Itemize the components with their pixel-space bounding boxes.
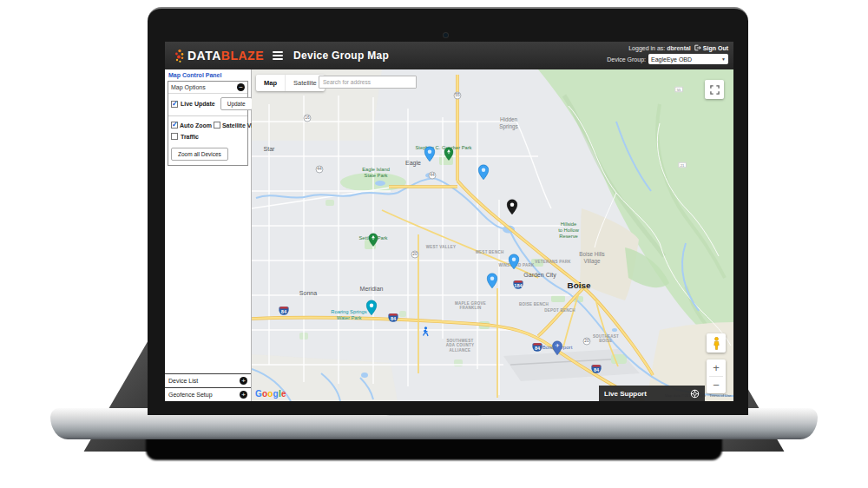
- sign-out-button[interactable]: Sign Out: [694, 44, 728, 51]
- map-label: Boise: [568, 280, 591, 291]
- route-shield: 84: [279, 307, 288, 315]
- fullscreen-icon: [710, 85, 720, 95]
- poi-pin: [366, 300, 378, 319]
- laptop-webcam: [444, 33, 448, 37]
- geofence-setup-label: Geofence Setup: [168, 392, 213, 398]
- map-label: Hillside to Hollow Reserve: [558, 221, 579, 240]
- route-shield: 84: [591, 365, 601, 373]
- device-pin[interactable]: [487, 273, 498, 292]
- menu-icon[interactable]: [273, 51, 283, 60]
- map-label: Sonna: [299, 290, 317, 297]
- map-label: Hidden Springs: [499, 116, 517, 129]
- page-title: Device Group Map: [293, 49, 389, 62]
- poi-pin: [369, 233, 378, 250]
- device-list-row[interactable]: Device List +: [165, 373, 251, 387]
- live-support-label: Live Support: [604, 390, 647, 398]
- poi-pin: ✈: [552, 340, 562, 359]
- header-right: Logged in as: dbrental Sign Out Device G…: [607, 44, 728, 64]
- map-label: DEPOT BENCH: [544, 308, 575, 313]
- sidebar-title-link[interactable]: Map Control Panel: [165, 69, 251, 80]
- support-ring-icon: [690, 389, 700, 399]
- route-shield: 20: [583, 338, 591, 346]
- app-header: DATABLAZE Device Group Map Logged in as:…: [165, 42, 733, 69]
- update-button[interactable]: Update: [220, 97, 253, 110]
- zoom-control: + −: [707, 359, 726, 393]
- device-list-label: Device List: [168, 378, 198, 384]
- auto-zoom-checkbox[interactable]: [171, 122, 178, 129]
- collapse-icon[interactable]: −: [237, 83, 245, 91]
- traffic-label: Traffic: [181, 134, 199, 140]
- traffic-checkbox[interactable]: [171, 133, 178, 140]
- map-options-box: Map Options − Live Update Update Auto Zo…: [168, 81, 248, 166]
- live-support-button[interactable]: Live Support: [599, 386, 705, 401]
- route-shield: 20: [411, 251, 419, 259]
- device-pin[interactable]: [509, 254, 520, 273]
- terms-link[interactable]: Terms of Use: [710, 394, 732, 399]
- flame-icon: [174, 49, 185, 63]
- satellite-view-checkbox[interactable]: [214, 122, 220, 129]
- zoom-out-button[interactable]: −: [707, 377, 726, 393]
- map-label: BOISE BENCH: [519, 302, 549, 307]
- pegman-control[interactable]: [707, 333, 726, 353]
- map-label: WEST VALLEY: [426, 245, 456, 249]
- live-update-checkbox[interactable]: [171, 101, 178, 108]
- live-update-label: Live Update: [181, 101, 215, 107]
- map-label: SOUTHEAST BOISE: [593, 334, 619, 344]
- zoom-all-devices-button[interactable]: Zoom all Devices: [171, 148, 228, 161]
- map-label: Roaring Springs Water Park: [331, 309, 366, 321]
- route-shield: 184: [513, 280, 523, 289]
- map-label: Boise Hills Village: [579, 251, 604, 264]
- route-shield: 55: [454, 92, 462, 100]
- map-options-label: Map Options: [171, 84, 206, 90]
- map-overlay: Hidden SpringsStephen C. Guerber ParkEag…: [252, 69, 733, 401]
- tab-map[interactable]: Map: [256, 75, 285, 91]
- poi-pin: [444, 147, 454, 164]
- map-type-control: Map Satellite: [256, 75, 325, 91]
- recreation-icon: [422, 325, 430, 340]
- device-group-select[interactable]: EagleEye OBD ▼: [648, 54, 728, 64]
- device-pin[interactable]: [478, 164, 490, 183]
- pegman-icon: [713, 337, 720, 350]
- route-shield: 84: [388, 313, 398, 322]
- app-screen: DATABLAZE Device Group Map Logged in as:…: [165, 42, 733, 401]
- auto-zoom-label: Auto Zoom: [180, 122, 212, 129]
- map-label: Star: [264, 146, 275, 153]
- username: dbrental: [667, 45, 691, 51]
- map-label: Eagle: [405, 160, 421, 167]
- route-shield: 55: [675, 87, 683, 92]
- device-pin[interactable]: [507, 199, 518, 218]
- expand-geofence-icon[interactable]: +: [240, 391, 247, 399]
- route-shield: 44: [316, 166, 324, 174]
- chevron-down-icon: ▼: [721, 56, 726, 62]
- map-label: Garden City: [523, 272, 556, 279]
- map-label: WEST BENCH: [476, 250, 504, 254]
- datablaze-logo[interactable]: DATABLAZE: [174, 49, 264, 63]
- device-group-label: Device Group:: [607, 56, 646, 63]
- map-label: SOUTHWEST ADA COUNTY ALLIANCE: [446, 339, 474, 353]
- google-logo: Google: [255, 389, 286, 399]
- route-shield: 21: [679, 162, 687, 168]
- map-label: Meridian: [360, 286, 384, 293]
- fullscreen-button[interactable]: [705, 80, 724, 99]
- logged-in-label: Logged in as: dbrental: [628, 45, 691, 51]
- map-label: Eagle Island State Park: [362, 167, 390, 179]
- route-shield: 16: [304, 115, 312, 122]
- page: DATABLAZE Device Group Map Logged in as:…: [0, 0, 868, 488]
- search-input[interactable]: [319, 76, 417, 89]
- svg-text:✈: ✈: [555, 343, 559, 348]
- map-control-sidebar: Map Control Panel Map Options − Live Upd…: [165, 69, 252, 401]
- map-label: VETERANS PARK: [535, 260, 570, 264]
- map-region: Hidden SpringsStephen C. Guerber ParkEag…: [252, 69, 733, 401]
- route-shield: 44: [429, 172, 437, 180]
- map-label: MAPLE GROVE FRANKLIN: [455, 301, 486, 311]
- zoom-in-button[interactable]: +: [707, 359, 726, 376]
- geofence-setup-row[interactable]: Geofence Setup +: [165, 387, 251, 401]
- logo-text: DATABLAZE: [187, 49, 264, 62]
- expand-device-list-icon[interactable]: +: [240, 377, 247, 385]
- device-pin[interactable]: [424, 146, 436, 165]
- sign-out-icon: [694, 44, 701, 51]
- route-shield: 84: [532, 343, 542, 352]
